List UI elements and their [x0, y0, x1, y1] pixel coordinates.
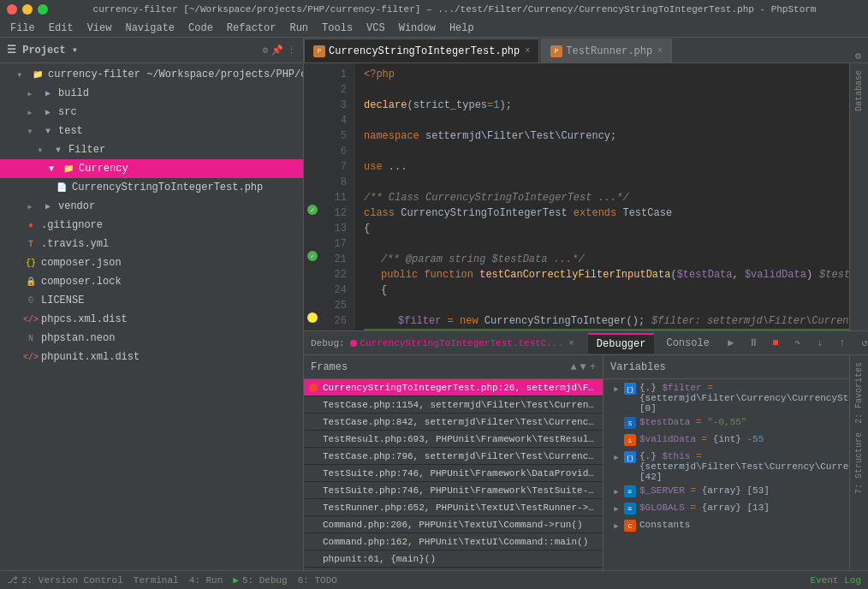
favorites-panel-label[interactable]: 2: Favorites: [854, 359, 864, 427]
tree-item-currency-test[interactable]: 📄 CurrencyStringToIntegerTest.php: [0, 178, 303, 197]
maximize-button[interactable]: [38, 4, 48, 15]
menu-tools[interactable]: Tools: [315, 21, 360, 36]
frame-3[interactable]: TestCase.php:842, settermjd\Filter\Test\…: [304, 413, 603, 431]
menu-view[interactable]: View: [80, 21, 119, 36]
tree-item-travis[interactable]: T .travis.yml: [0, 235, 303, 253]
menu-navigate[interactable]: Navigate: [118, 21, 181, 36]
tree-item-phpunit[interactable]: </> phpunit.xml.dist: [0, 348, 303, 366]
ln-24: 24: [321, 283, 352, 298]
terminal-item[interactable]: Terminal: [134, 575, 179, 586]
project-tree[interactable]: 📁 currency-filter ~/Workspace/projects/P…: [0, 63, 303, 570]
tab-testrunner[interactable]: P TestRunner.php ×: [541, 39, 672, 62]
step-into-btn[interactable]: ↓: [811, 334, 829, 353]
variables-list[interactable]: ▶ {} {.} $filter = {settermjd\Filter\Cur…: [603, 379, 849, 570]
var-filter[interactable]: ▶ {} {.} $filter = {settermjd\Filter\Cur…: [603, 381, 849, 415]
var-constants[interactable]: ▶ C Constants: [603, 518, 849, 535]
down-icon[interactable]: ▼: [580, 361, 586, 373]
window-controls[interactable]: [7, 4, 48, 15]
frames-controls[interactable]: ▲ ▼ +: [570, 361, 596, 373]
sidebar-toolbar[interactable]: ⚙ 📌 ⋮: [262, 45, 296, 56]
frame-6[interactable]: TestSuite.php:746, PHPUnit\Framework\Dat…: [304, 465, 603, 482]
var-validdata[interactable]: i $validData = {int} -55: [603, 432, 849, 449]
code-editor[interactable]: <?php declare(strict_types=1); namespace…: [355, 63, 849, 330]
tree-item-filter[interactable]: ▼ Filter: [0, 140, 303, 159]
menu-vcs[interactable]: VCS: [360, 21, 392, 36]
tree-item-composer-lock[interactable]: 🔒 composer.lock: [0, 272, 303, 291]
menu-code[interactable]: Code: [181, 21, 220, 36]
expand-icon[interactable]: ▶: [610, 453, 622, 462]
tree-item-currency-filter[interactable]: 📁 currency-filter ~/Workspace/projects/P…: [0, 65, 303, 84]
frame-9[interactable]: Command.php:206, PHPUnit\TextUI\Command-…: [304, 516, 603, 533]
tree-item-test[interactable]: ▼ test: [0, 122, 303, 140]
debug-toolbar[interactable]: ▶ ⏸ ■ ↷ ↓ ↑ ↺ ⚙ … 📌: [722, 334, 868, 353]
todo-item[interactable]: 6: TODO: [298, 575, 337, 586]
tree-item-phpstan[interactable]: N phpstan.neon: [0, 329, 303, 348]
expand-icon[interactable]: ▶: [610, 521, 622, 531]
frame-7[interactable]: TestSuite.php:746, PHPUnit\Framework\Tes…: [304, 482, 603, 499]
tab-currency-test[interactable]: P CurrencyStringToIntegerTest.php ×: [304, 39, 539, 62]
run-item[interactable]: 4: Run: [189, 575, 223, 586]
frame-10[interactable]: Command.php:162, PHPUnit\TextUI\Command:…: [304, 533, 603, 550]
tab-console[interactable]: Console: [657, 333, 717, 354]
tree-item-license[interactable]: © LICENSE: [0, 291, 303, 310]
frames-list[interactable]: CurrencyStringToIntegerTest.php:26, sett…: [304, 379, 603, 570]
frame-indicator-icon: [307, 519, 319, 531]
rerun-btn[interactable]: ↺: [855, 334, 868, 353]
version-control-item[interactable]: ⎇ 2: Version Control: [7, 574, 123, 586]
minimize-button[interactable]: [22, 4, 33, 15]
var-globals[interactable]: ▶ ≡ $GLOBALS = {array} [13]: [603, 501, 849, 518]
gutter-6: [304, 140, 321, 156]
menu-file[interactable]: File: [3, 21, 42, 36]
close-button[interactable]: [7, 4, 17, 15]
var-testdata[interactable]: S $testData = "-0,55": [603, 415, 849, 432]
menu-help[interactable]: Help: [443, 21, 481, 36]
up-icon[interactable]: ▲: [570, 361, 576, 373]
ln-13: 13: [321, 221, 352, 236]
debug-session-tab[interactable]: CurrencyStringToIntegerTest.testC... ×: [350, 338, 574, 348]
expand-icon[interactable]: ▶: [610, 504, 622, 514]
pin-icon[interactable]: 📌: [271, 45, 283, 56]
frame-8[interactable]: TestRunner.php:652, PHPUnit\TextUI\TestR…: [304, 499, 603, 516]
expand-icon[interactable]: ▶: [610, 487, 622, 497]
structure-panel-label[interactable]: 7: Structure: [854, 429, 864, 497]
tree-item-composer-json[interactable]: {} composer.json: [0, 253, 303, 272]
var-this[interactable]: ▶ {} {.} $this = {settermjd\Filter\Test\…: [603, 449, 849, 484]
add-frame-icon[interactable]: +: [590, 361, 596, 373]
debug-item[interactable]: ▶ 5: Debug: [233, 574, 287, 586]
tab-debugger[interactable]: Debugger: [588, 333, 655, 354]
step-out-btn[interactable]: ↑: [833, 334, 852, 353]
event-log-label[interactable]: Event Log: [811, 575, 861, 586]
var-server[interactable]: ▶ ≡ $_SERVER = {array} [53]: [603, 484, 849, 501]
menu-edit[interactable]: Edit: [42, 21, 80, 36]
resume-btn[interactable]: ▶: [722, 334, 740, 353]
debug-tabs[interactable]: Debugger Console: [588, 333, 718, 354]
frame-1[interactable]: CurrencyStringToIntegerTest.php:26, sett…: [304, 379, 603, 396]
expand-icon[interactable]: ⋮: [287, 45, 296, 56]
frame-4[interactable]: TestResult.php:693, PHPUnit\Framework\Te…: [304, 431, 603, 448]
tree-item-src[interactable]: ▶ src: [0, 103, 303, 122]
editor-toolbar[interactable]: ⚙: [855, 50, 868, 62]
stop-btn[interactable]: ■: [766, 334, 785, 353]
debug-close-icon[interactable]: ×: [568, 338, 574, 348]
frame-5[interactable]: TestCase.php:796, settermjd\Filter\Test\…: [304, 448, 603, 465]
settings2-icon[interactable]: ⚙: [855, 50, 861, 62]
frame-11[interactable]: phpunit:61, {main}(): [304, 550, 603, 568]
expand-icon[interactable]: ▶: [610, 384, 622, 394]
tree-item-currency[interactable]: ▼ 📁 Currency: [0, 159, 303, 178]
tree-item-gitignore[interactable]: ♦ .gitignore: [0, 216, 303, 235]
menu-window[interactable]: Window: [392, 21, 443, 36]
database-panel-label[interactable]: Database: [854, 67, 864, 115]
folder-icon: ▶: [41, 105, 55, 119]
tab-close2-icon[interactable]: ×: [657, 46, 663, 56]
tree-item-phpcs[interactable]: </> phpcs.xml.dist: [0, 310, 303, 329]
tab-close-icon[interactable]: ×: [525, 46, 530, 56]
tree-item-vendor[interactable]: ▶ vendor: [0, 197, 303, 216]
gutter-22: [304, 264, 321, 279]
pause-btn[interactable]: ⏸: [744, 334, 763, 353]
frame-2[interactable]: TestCase.php:1154, settermjd\Filter\Test…: [304, 396, 603, 413]
menu-run[interactable]: Run: [282, 21, 315, 36]
menu-refactor[interactable]: Refactor: [220, 21, 283, 36]
settings-icon[interactable]: ⚙: [262, 45, 268, 56]
step-over-btn[interactable]: ↷: [788, 334, 807, 353]
tree-item-build[interactable]: ▶ build: [0, 84, 303, 103]
